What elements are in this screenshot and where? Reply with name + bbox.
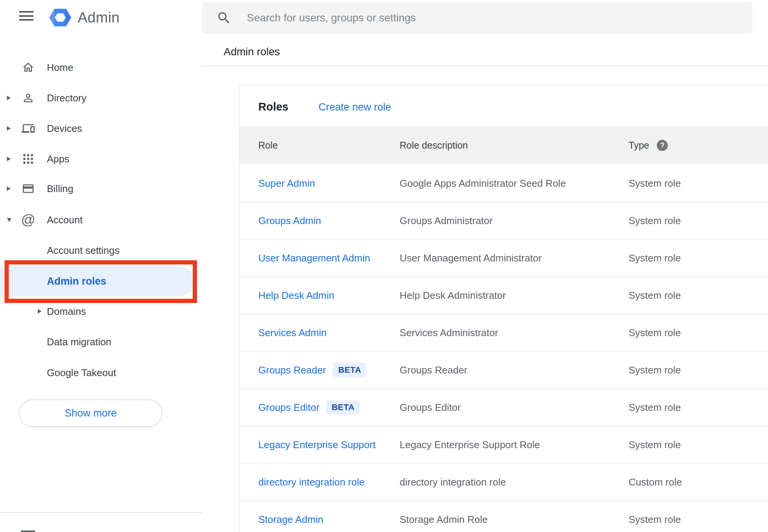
sidebar-item-label: Devices xyxy=(47,123,82,135)
sidebar-item-home[interactable]: Home xyxy=(0,52,202,83)
table-row: Groups Reader BETA Groups Reader System … xyxy=(240,351,768,389)
table-row: User Management Admin User Management Ad… xyxy=(240,239,768,277)
table-row: Legacy Enterprise Support Legacy Enterpr… xyxy=(240,426,768,463)
role-description: Groups Editor xyxy=(400,389,461,426)
sidebar-item-label: Directory xyxy=(47,92,86,104)
table-row: directory integration role directory int… xyxy=(240,463,768,501)
table-row: Groups Editor BETA Groups Editor System … xyxy=(240,389,768,426)
role-description: directory integration role xyxy=(400,463,506,501)
app-title: Admin xyxy=(78,10,120,26)
chevron-right-icon[interactable] xyxy=(7,96,11,100)
sidebar-item-billing[interactable]: Billing xyxy=(0,173,202,204)
apps-grid-icon xyxy=(21,152,35,166)
at-sign-icon: @ xyxy=(21,213,35,227)
table-row: Help Desk Admin Help Desk Administrator … xyxy=(240,277,768,314)
role-description: Google Apps Administrator Seed Role xyxy=(400,165,566,202)
role-type: System role xyxy=(629,389,681,426)
role-type: System role xyxy=(629,277,681,314)
role-type: Custom role xyxy=(629,463,682,501)
table-row: Super Admin Google Apps Administrator Se… xyxy=(240,165,768,202)
partial-footer-icon xyxy=(21,530,35,532)
role-type: System role xyxy=(629,314,681,351)
beta-badge: BETA xyxy=(326,400,360,415)
show-more-label: Show more xyxy=(65,407,117,419)
create-new-role-link[interactable]: Create new role xyxy=(318,101,391,113)
role-link[interactable]: User Management Admin xyxy=(258,252,370,264)
search-icon xyxy=(216,10,232,26)
role-link[interactable]: Storage Admin xyxy=(258,514,323,526)
hamburger-menu-icon[interactable] xyxy=(19,11,34,21)
admin-logo: Admin xyxy=(49,6,120,29)
sidebar: Admin Home Directory Devices xyxy=(0,0,202,532)
credit-card-icon xyxy=(21,182,35,195)
role-description: Storage Admin Role xyxy=(400,501,488,532)
column-header-type: Type ? xyxy=(629,126,668,164)
question-mark-help-icon[interactable]: ? xyxy=(657,140,668,151)
role-type: System role xyxy=(629,202,681,239)
role-description: Groups Administrator xyxy=(400,202,493,239)
sidebar-item-directory[interactable]: Directory xyxy=(0,83,202,113)
role-link[interactable]: Groups Editor xyxy=(258,402,319,413)
role-type: System role xyxy=(629,501,681,532)
chevron-right-icon[interactable] xyxy=(7,126,11,131)
sidebar-item-data-migration[interactable]: Data migration xyxy=(0,327,202,357)
roles-card-title: Roles xyxy=(258,101,288,113)
chevron-down-icon[interactable] xyxy=(7,218,11,222)
role-link[interactable]: Help Desk Admin xyxy=(258,290,334,301)
role-description: Help Desk Administrator xyxy=(400,277,506,314)
admin-hexagon-logo-icon xyxy=(49,6,72,29)
roles-card: Roles Create new role Role Role descript… xyxy=(239,85,768,532)
sidebar-footer-divider xyxy=(0,512,202,513)
role-description: Groups Reader xyxy=(400,351,467,389)
role-link[interactable]: Groups Reader xyxy=(258,364,326,376)
column-header-role: Role xyxy=(258,126,278,164)
role-link[interactable]: Legacy Enterprise Support xyxy=(258,439,376,451)
role-type: System role xyxy=(629,165,681,202)
table-row: Groups Admin Groups Administrator System… xyxy=(240,202,768,239)
column-header-role-description: Role description xyxy=(400,126,468,164)
role-description: Legacy Enterprise Support Role xyxy=(400,426,540,463)
search-input[interactable] xyxy=(246,11,752,24)
role-type: System role xyxy=(629,426,681,463)
role-link[interactable]: Groups Admin xyxy=(258,215,321,227)
sidebar-item-admin-roles-label[interactable]: Admin roles xyxy=(47,276,106,287)
sidebar-item-label: Billing xyxy=(47,183,73,195)
global-search-bar[interactable] xyxy=(202,2,752,34)
sidebar-item-account[interactable]: @ Account xyxy=(0,205,202,235)
sidebar-item-label: Account settings xyxy=(47,245,120,256)
sidebar-item-label: Data migration xyxy=(47,336,111,348)
role-link[interactable]: directory integration role xyxy=(258,476,365,488)
role-link[interactable]: Super Admin xyxy=(258,178,315,189)
role-type: System role xyxy=(629,351,681,389)
chevron-right-icon[interactable] xyxy=(38,309,42,314)
table-row: Services Admin Services Administrator Sy… xyxy=(240,314,768,351)
sidebar-item-label: Apps xyxy=(47,153,69,165)
sidebar-item-domains[interactable]: Domains xyxy=(0,296,202,327)
sidebar-item-label: Google Takeout xyxy=(47,367,116,379)
content-divider xyxy=(202,66,768,66)
role-description: Services Administrator xyxy=(400,314,498,351)
sidebar-item-account-settings[interactable]: Account settings xyxy=(0,235,202,266)
breadcrumb: Admin roles xyxy=(224,46,280,58)
sidebar-item-devices[interactable]: Devices xyxy=(0,113,202,144)
show-more-button[interactable]: Show more xyxy=(19,399,162,427)
table-header-row: Role Role description Type ? xyxy=(240,126,768,164)
person-icon xyxy=(21,91,35,105)
sidebar-item-apps[interactable]: Apps xyxy=(0,144,202,174)
sidebar-item-label: Account xyxy=(47,214,83,226)
devices-icon xyxy=(21,122,35,135)
table-row: Storage Admin Storage Admin Role System … xyxy=(240,501,768,532)
role-type: System role xyxy=(629,239,681,277)
chevron-right-icon[interactable] xyxy=(7,157,11,161)
sidebar-item-label: Domains xyxy=(47,306,86,317)
home-icon xyxy=(21,61,35,74)
role-link[interactable]: Services Admin xyxy=(258,327,326,339)
beta-badge: BETA xyxy=(333,363,366,377)
role-description: User Management Administrator xyxy=(400,239,542,277)
sidebar-item-google-takeout[interactable]: Google Takeout xyxy=(0,357,202,388)
sidebar-item-label: Home xyxy=(47,62,73,74)
chevron-right-icon[interactable] xyxy=(7,186,11,191)
